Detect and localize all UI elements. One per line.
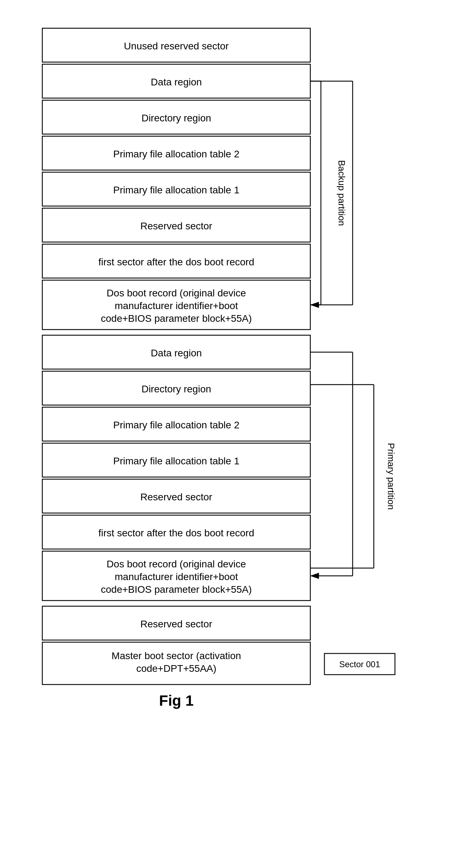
master-boot-line2: code+DPT+55AA): [136, 663, 216, 674]
unused-reserved-label: Unused reserved sector: [124, 41, 229, 52]
reserved-sector-primary-label: Reserved sector: [140, 492, 212, 502]
dos-boot-primary-line2: manufacturer identifier+boot: [115, 571, 238, 582]
data-region-primary-label: Data region: [151, 348, 202, 358]
fat1-primary-label: Primary file allocation table 1: [113, 456, 239, 466]
dos-boot-backup-line1: Dos boot record (original device: [106, 288, 246, 299]
data-region-backup-label: Data region: [151, 77, 202, 88]
fig-label: Fig 1: [159, 692, 194, 709]
first-sector-backup-label: first sector after the dos boot record: [98, 257, 254, 267]
reserved-sector-bottom-label: Reserved sector: [140, 619, 212, 629]
dos-boot-backup-line3: code+BIOS parameter block+55A): [101, 313, 252, 324]
first-sector-primary-label: first sector after the dos boot record: [98, 528, 254, 538]
backup-partition-label: Backup partition: [336, 160, 347, 226]
diagram-container: Unused reserved sector Data region Direc…: [0, 14, 475, 854]
primary-partition-label: Primary partition: [386, 443, 396, 510]
directory-region-primary-label: Directory region: [141, 384, 211, 394]
fat1-backup-label: Primary file allocation table 1: [113, 185, 239, 195]
fat2-backup-label: Primary file allocation table 2: [113, 149, 239, 159]
sector-001-label: Sector 001: [339, 659, 380, 669]
reserved-sector-backup-label: Reserved sector: [140, 221, 212, 231]
dos-boot-primary-line1: Dos boot record (original device: [106, 559, 246, 569]
directory-region-backup-label: Directory region: [141, 113, 211, 123]
fat2-primary-label: Primary file allocation table 2: [113, 420, 239, 430]
dos-boot-primary-line3: code+BIOS parameter block+55A): [101, 584, 252, 595]
main-diagram: Unused reserved sector Data region Direc…: [0, 14, 475, 854]
master-boot-line1: Master boot sector (activation: [111, 650, 241, 661]
dos-boot-backup-line2: manufacturer identifier+boot: [115, 300, 238, 311]
